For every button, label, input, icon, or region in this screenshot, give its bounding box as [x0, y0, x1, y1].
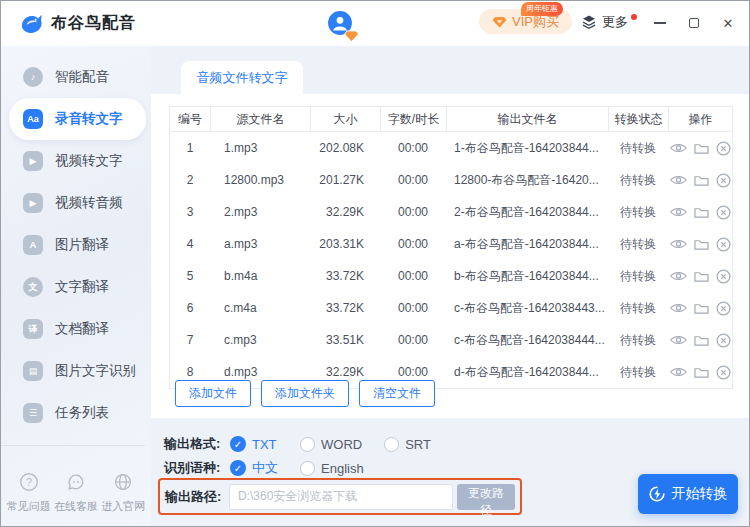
open-folder-icon[interactable]	[694, 174, 709, 187]
open-folder-icon[interactable]	[694, 270, 709, 283]
sidebar-item[interactable]: ▶ 视频转文字	[1, 140, 151, 182]
start-convert-label: 开始转换	[672, 485, 728, 503]
open-folder-icon[interactable]	[694, 238, 709, 251]
language-label: 识别语种:	[164, 459, 230, 477]
cell-size: 32.29K	[310, 365, 380, 379]
sidebar-item[interactable]: ▤ 图片文字识别	[1, 350, 151, 392]
preview-eye-icon[interactable]	[670, 174, 687, 186]
cell-status: 待转换	[608, 140, 668, 157]
sidebar-item[interactable]: ▶ 视频转音频	[1, 182, 151, 224]
delete-circle-x-icon[interactable]	[716, 173, 731, 188]
audio-to-text-icon: Aa	[23, 109, 43, 129]
radio-icon	[230, 460, 246, 476]
app-window: 布谷鸟配音 VIP购买 周年钜惠	[0, 0, 750, 527]
cell-output-file: 1-布谷鸟配音-164203844...	[446, 140, 608, 157]
cell-actions	[668, 205, 732, 220]
table-row: 4 a.mp3 203.31K 00:00 a-布谷鸟配音-164203844.…	[170, 228, 732, 260]
preview-eye-icon[interactable]	[670, 366, 687, 378]
delete-circle-x-icon[interactable]	[716, 365, 731, 380]
delete-circle-x-icon[interactable]	[716, 141, 731, 156]
cell-output-file: 2-布谷鸟配音-164203844...	[446, 204, 608, 221]
more-menu-button[interactable]: 更多	[581, 13, 637, 31]
cell-id: 7	[170, 333, 210, 347]
tab-audio-file-to-text[interactable]: 音频文件转文字	[181, 61, 303, 94]
sidebar-footer-item[interactable]: ? 常见问题	[7, 472, 51, 514]
cell-status: 待转换	[608, 236, 668, 253]
cell-output-file: a-布谷鸟配音-164203844...	[446, 236, 608, 253]
delete-circle-x-icon[interactable]	[716, 205, 731, 220]
cell-duration: 00:00	[380, 173, 446, 187]
sidebar-item-label: 文档翻译	[55, 320, 109, 338]
cell-duration: 00:00	[380, 269, 446, 283]
output-format-option[interactable]: WORD	[300, 437, 362, 452]
preview-eye-icon[interactable]	[670, 334, 687, 346]
close-button[interactable]	[721, 11, 735, 35]
preview-eye-icon[interactable]	[670, 238, 687, 250]
cell-actions	[668, 333, 732, 348]
preview-eye-icon[interactable]	[670, 206, 687, 218]
sidebar-footer-item[interactable]: 进入官网	[101, 472, 145, 514]
file-table-card: 编号 源文件名 大小 字数/时长 输出文件名 转换状态 操作 1 1.mp3 2…	[151, 94, 749, 418]
output-path-input[interactable]	[229, 484, 453, 510]
add-folder-button[interactable]: 添加文件夹	[261, 380, 349, 407]
add-file-button[interactable]: 添加文件	[175, 380, 251, 407]
layers-icon	[581, 14, 597, 30]
open-folder-icon[interactable]	[694, 334, 709, 347]
sidebar-item[interactable]: 文 文字翻译	[1, 266, 151, 308]
change-path-button[interactable]: 更改路径	[457, 484, 515, 510]
cell-status: 待转换	[608, 268, 668, 285]
preview-eye-icon[interactable]	[670, 142, 687, 154]
table-row: 1 1.mp3 202.08K 00:00 1-布谷鸟配音-164203844.…	[170, 132, 732, 164]
user-avatar[interactable]	[327, 10, 353, 36]
cell-duration: 00:00	[380, 141, 446, 155]
output-format-option[interactable]: SRT	[384, 437, 432, 452]
cell-actions	[668, 269, 732, 284]
cell-id: 4	[170, 237, 210, 251]
sidebar-item-label: 视频转文字	[55, 152, 123, 170]
delete-circle-x-icon[interactable]	[716, 333, 731, 348]
delete-circle-x-icon[interactable]	[716, 301, 731, 316]
cell-id: 2	[170, 173, 210, 187]
cell-id: 6	[170, 301, 210, 315]
cell-size: 202.08K	[310, 141, 380, 155]
minimize-icon	[654, 22, 666, 24]
video-to-text-icon: ▶	[23, 151, 43, 171]
delete-circle-x-icon[interactable]	[716, 269, 731, 284]
sidebar-item[interactable]: ♪ 智能配音	[1, 56, 151, 98]
language-option[interactable]: English	[300, 461, 364, 476]
sidebar-item[interactable]: Aa 录音转文字	[9, 98, 146, 140]
preview-eye-icon[interactable]	[670, 270, 687, 282]
option-label: SRT	[405, 437, 431, 452]
sidebar-item[interactable]: 译 文档翻译	[1, 308, 151, 350]
sidebar-item-label: 视频转音频	[55, 194, 123, 212]
open-folder-icon[interactable]	[694, 302, 709, 315]
radio-icon	[300, 437, 315, 452]
clear-files-button[interactable]: 清空文件	[359, 380, 435, 407]
cell-status: 待转换	[608, 300, 668, 317]
delete-circle-x-icon[interactable]	[716, 237, 731, 252]
minimize-button[interactable]	[653, 11, 667, 35]
header-id: 编号	[170, 107, 210, 131]
open-folder-icon[interactable]	[694, 142, 709, 155]
sidebar-item-label: 录音转文字	[55, 110, 123, 128]
output-format-row: 输出格式: TXT WORD SRT	[164, 434, 454, 454]
sidebar-item[interactable]: A 图片翻译	[1, 224, 151, 266]
open-folder-icon[interactable]	[694, 206, 709, 219]
open-folder-icon[interactable]	[694, 366, 709, 379]
sidebar-item[interactable]: ☰ 任务列表	[1, 392, 151, 434]
sidebar-item-label: 图片翻译	[55, 236, 109, 254]
cell-duration: 00:00	[380, 301, 446, 315]
start-convert-button[interactable]: 开始转换	[638, 474, 738, 514]
output-format-option[interactable]: TXT	[230, 436, 278, 452]
table-row: 3 2.mp3 32.29K 00:00 2-布谷鸟配音-164203844..…	[170, 196, 732, 228]
option-label: WORD	[321, 437, 362, 452]
language-option[interactable]: 中文	[230, 459, 278, 477]
preview-eye-icon[interactable]	[670, 302, 687, 314]
image-translate-icon: A	[23, 235, 43, 255]
sidebar-footer-item[interactable]: 在线客服	[54, 472, 98, 514]
maximize-button[interactable]	[687, 11, 701, 35]
radio-icon	[384, 437, 399, 452]
window-controls	[653, 11, 735, 35]
footer-label: 在线客服	[54, 499, 98, 514]
title-bar: 布谷鸟配音 VIP购买 周年钜惠	[1, 1, 749, 46]
